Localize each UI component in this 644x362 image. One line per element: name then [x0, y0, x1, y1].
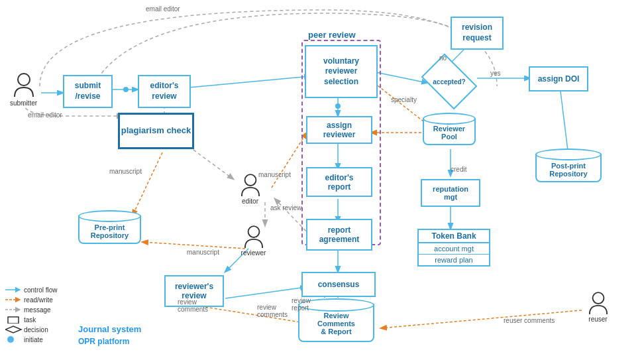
accepted-diamond: accepted? [424, 63, 474, 99]
token-bank-reward: reward plan [419, 255, 489, 265]
svg-point-40 [7, 336, 14, 343]
legend-control-flow: control flow [5, 286, 58, 294]
reuser-actor: reuser [580, 292, 616, 323]
report-agreement-node: reportagreement [306, 219, 372, 251]
journal-system-label: Journal system [78, 324, 141, 334]
review-comments-label-2: reviewcomments [257, 304, 288, 318]
specialty-label: specialty [391, 96, 417, 103]
svg-marker-39 [5, 326, 21, 333]
token-bank-node: Token Bank account mgt reward plan [417, 229, 490, 267]
review-report-label: reviewreport [292, 297, 311, 312]
legend-message-label: message [24, 306, 51, 314]
svg-line-17 [560, 86, 568, 156]
post-print-repo-node: Post-printRepository [535, 154, 602, 182]
legend-task: task [5, 316, 58, 324]
consensus-node: consensus [301, 272, 376, 297]
no-label: no [439, 54, 447, 62]
token-bank-account: account mgt [419, 243, 489, 255]
legend-decision: decision [5, 326, 58, 333]
plagiarism-check-node: plagiarism check [118, 113, 194, 149]
token-bank-title: Token Bank [419, 230, 489, 243]
svg-point-32 [244, 174, 256, 186]
editor-actor: editor [232, 174, 268, 205]
review-comments-label-1: reviewcomments [178, 298, 208, 313]
svg-point-31 [18, 74, 30, 86]
voluntary-reviewer-node: voluntaryreviewerselection [305, 45, 378, 98]
editors-report-node: editor'sreport [306, 167, 372, 197]
legend-read-write-label: read/write [24, 296, 53, 304]
reviewer-pool-node: ReviewerPool [423, 118, 476, 145]
notify-review-label: email editor [146, 5, 180, 13]
legend-decision-label: decision [24, 326, 48, 333]
diagram-container: email editor peer review submitter edito… [0, 0, 644, 362]
peer-review-label: peer review [308, 30, 356, 40]
svg-line-19 [142, 242, 245, 249]
reuser-comments-label: reuser comments [504, 317, 555, 324]
legend-control-flow-label: control flow [24, 286, 58, 294]
submitter-label: submitter [10, 99, 37, 107]
reviewer-label: reviewer [241, 249, 266, 257]
reputation-mgt-node: reputationmgt [421, 179, 480, 207]
opr-platform-label: OPR platform [78, 337, 129, 346]
assign-reviewer-node: assignreviewer [306, 116, 372, 144]
svg-point-34 [592, 292, 604, 304]
svg-line-23 [201, 306, 305, 323]
svg-line-3 [189, 76, 310, 88]
svg-rect-38 [8, 317, 19, 324]
ask-review-label: ask review [270, 204, 301, 211]
assign-doi-node: assign DOI [529, 66, 588, 91]
legend-read-write: read/write [5, 296, 58, 304]
svg-line-18 [133, 152, 162, 215]
yes-label: yes [490, 70, 501, 77]
legend-initiate: initiate [5, 335, 58, 343]
credit-label: credit [451, 166, 466, 173]
manuscript-label-1: manuscript [109, 168, 142, 175]
submitter-actor: submitter [5, 73, 42, 107]
reuser-label: reuser [588, 316, 607, 323]
manuscript-label-2: manuscript [187, 249, 219, 256]
pre-print-repo-node: Pre-printRepository [78, 215, 141, 244]
reviewer-actor: reviewer [235, 225, 272, 257]
svg-point-2 [123, 87, 129, 92]
revision-request-node: revisionrequest [451, 17, 504, 50]
svg-point-33 [248, 226, 259, 237]
editors-review-node: editor'sreview [138, 75, 191, 108]
legend: control flow read/write message task dec… [5, 286, 58, 345]
editor-label: editor [242, 198, 258, 205]
legend-message: message [5, 306, 58, 314]
email-editor-label: email editor [28, 111, 62, 119]
manuscript-label-3: manuscript [258, 171, 291, 178]
legend-task-label: task [24, 316, 36, 324]
submit-revise-node: submit/revise [63, 75, 113, 108]
legend-initiate-label: initiate [24, 336, 43, 343]
